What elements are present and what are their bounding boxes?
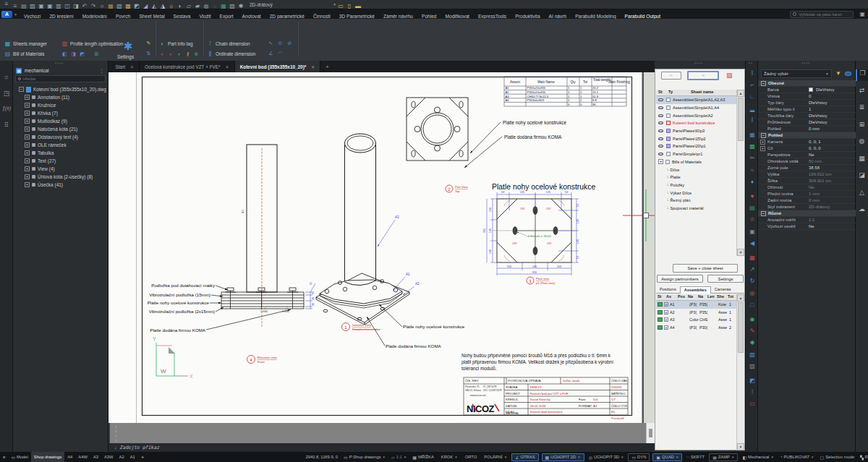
parabuild-rail-icon[interactable]: ▤ [748, 204, 757, 213]
property-row[interactable]: Oříznutí Ne [758, 184, 856, 191]
tab[interactable]: Assemblies [680, 286, 711, 294]
document-tab[interactable]: Start✕ [111, 61, 140, 72]
status-toggle[interactable]: ▚Restrict Z-axis [857, 452, 868, 462]
structure-browser-icon[interactable]: ❐ [856, 69, 868, 81]
materials-icon[interactable]: ◪ [856, 171, 868, 183]
visibility-eye-icon[interactable] [658, 106, 663, 109]
expand-icon[interactable]: + [664, 317, 668, 322]
property-row[interactable]: Typ čáry DleVrstvy [758, 100, 856, 106]
expand-icon[interactable]: + [25, 174, 30, 179]
ribbon-tab[interactable]: 2D parametrické [265, 14, 309, 19]
dim-icon-4[interactable]: ∠ [268, 50, 274, 56]
model-cube-icon[interactable]: ◳ [0, 90, 13, 97]
property-row[interactable]: Anotační měřít 1:1 [758, 217, 856, 223]
sheet-row[interactable]: └ Výkaz Dílce [656, 189, 738, 197]
save-close-sheet-button[interactable]: Save + close sheet [673, 264, 738, 273]
assembly-row[interactable]: + A2 (P3( P35( Asse 1 [656, 309, 738, 317]
ribbon-tab[interactable]: AI návrh [545, 14, 571, 19]
parabuild-weld-icon[interactable]: ≈ [748, 166, 757, 175]
parabuild-anchor-icon[interactable]: ♥ [748, 192, 757, 201]
bill-of-materials-button[interactable]: ▤Bill of Materials [4, 51, 44, 57]
ribbon-tab[interactable]: Povrch [111, 14, 135, 19]
assign-partnumbers-button[interactable]: Assign partnumbers [657, 275, 703, 283]
assembly-row[interactable]: + A4 (P3( P30( Asse 2 [656, 324, 738, 332]
anno-icon-5[interactable]: ⊕ [193, 51, 200, 57]
tree-search-input[interactable]: Hledat [15, 75, 106, 82]
expand-icon[interactable]: + [25, 95, 30, 100]
light-icon[interactable]: ◍ [856, 137, 868, 149]
dim-icon-5[interactable]: ◠ [277, 50, 284, 56]
visibility-eye-icon[interactable] [658, 129, 663, 132]
expand-icon[interactable]: + [25, 182, 30, 187]
layout-tab[interactable]: A3 [90, 452, 101, 462]
property-row[interactable]: + Cíl 0, 0, 0 [758, 145, 856, 152]
tree-item[interactable]: + Úhlová kóta (2-úsečky) (8) [13, 173, 109, 181]
property-row[interactable]: Měřítko typu č 1 [758, 106, 856, 113]
ribbon-tab[interactable]: ExpressTools [474, 14, 511, 19]
sheet-row[interactable]: └ Platle [656, 174, 738, 181]
edit-pencil-icon[interactable]: ✎ [145, 40, 152, 46]
annotation-scale[interactable]: ▱1:1▼ [388, 452, 409, 462]
ribbon-tab[interactable]: 2D kreslení [45, 14, 77, 19]
ribbon-tab[interactable]: Pohled [417, 14, 441, 19]
parabuild-frame-icon[interactable]: □ [748, 301, 757, 309]
visibility-eye-icon[interactable] [658, 98, 663, 101]
expand-icon[interactable]: + [25, 134, 30, 140]
parabuild-cut-icon[interactable]: ✂ [748, 154, 757, 163]
ribbon-tab[interactable]: Výchozí [20, 14, 45, 19]
property-row[interactable]: Výchozí osvětl Ne [758, 223, 856, 230]
parabuild-plate-icon[interactable]: ▂ [748, 105, 757, 114]
sheet-row[interactable]: + Bills of Materials [656, 158, 738, 166]
ribbon-tab[interactable]: 3D Parametrické [335, 14, 379, 19]
tips-bulb-icon[interactable]: ○ [0, 74, 13, 81]
parabuild-stiffener-icon[interactable]: ♦ [748, 178, 757, 187]
status-toggle[interactable]: ▢Selection mode [817, 452, 858, 462]
prev-sheet-button[interactable]: ← [661, 72, 681, 80]
swap-icon[interactable]: ⇅ [145, 50, 152, 56]
tree-item[interactable]: + Annotation (11) [13, 93, 109, 101]
drawing-canvas[interactable]: Assem Main Name Qty Tot Total weight Mai… [109, 72, 655, 423]
tab[interactable]: Positions [656, 286, 680, 294]
assembly-row[interactable]: + A1 (P3( P35( Kote 1 [656, 301, 738, 309]
property-row[interactable]: Průhlednost DleVrstvy [758, 119, 856, 126]
parabuild-array-icon[interactable]: ▦ [748, 254, 757, 262]
panel-menu-icon[interactable]: ⋮ [99, 68, 106, 74]
property-row[interactable]: Pohled 0 mm [758, 126, 856, 132]
fields-icon[interactable]: ƒ(x) [0, 106, 13, 111]
layout-tab[interactable]: A3W [101, 452, 116, 462]
panel-toggle-icon[interactable]: ▣ [859, 11, 865, 17]
sheet-row[interactable]: └ Položky [656, 181, 738, 189]
status-toggle[interactable]: POLÁRNÍ▼ [480, 452, 510, 462]
parabuild-dim-icon[interactable]: ⊺ [748, 388, 757, 397]
status-menu-icon[interactable]: ≡ [0, 452, 8, 462]
property-row[interactable]: − Pohled [758, 132, 856, 139]
visibility-eye-icon[interactable] [658, 145, 663, 147]
blocks-icon[interactable]: ⊞ [856, 121, 868, 132]
property-row[interactable]: − Různé [758, 210, 856, 217]
anno-icon-4[interactable]: ⚷ [184, 51, 191, 57]
document-tab[interactable]: Kotevní bod (355x355x10_20)*✕ [235, 61, 321, 72]
status-toggle[interactable]: ▤ZAMP▼ [709, 453, 738, 461]
parabuild-pen-icon[interactable]: ✎ [748, 327, 757, 335]
tree-item[interactable]: + Text (27) [13, 157, 109, 165]
property-row[interactable]: + Kamera 0, 0, 1 [758, 139, 856, 145]
ribbon-tab[interactable]: Anotovat [238, 14, 265, 19]
property-row[interactable]: − Obecné [758, 80, 856, 87]
tree-item[interactable]: + Multiodkaz (9) [13, 117, 109, 125]
model-tab[interactable]: ▭Model [8, 452, 30, 462]
expand-icon[interactable]: + [664, 325, 668, 330]
panel-drag-handle[interactable]: •••• [55, 61, 64, 65]
layout-tab[interactable]: A1 [127, 452, 138, 462]
tree-root-item[interactable]: − Kotevní bod (355x355x10_20).dwg [13, 85, 109, 93]
parabuild-grid-icon[interactable]: ▦ [748, 131, 757, 140]
status-toggle[interactable]: KROK▼ [437, 452, 461, 462]
tree-item[interactable]: + Křivka (7) [13, 109, 109, 117]
visibility-eye-icon[interactable] [658, 114, 663, 117]
property-row[interactable]: Tloušťka čáry DleVrstvy [758, 113, 856, 119]
expand-icon[interactable]: + [664, 310, 668, 315]
app-menu-icon[interactable]: ≡ [2, 1, 11, 8]
parabuild-paint-icon[interactable]: ◆ [748, 338, 757, 347]
dim-icon-1[interactable]: ↖ [268, 40, 274, 46]
status-toggle[interactable]: ▭DYN [628, 453, 650, 461]
ribbon-tab[interactable]: Modifikovat [441, 14, 474, 19]
